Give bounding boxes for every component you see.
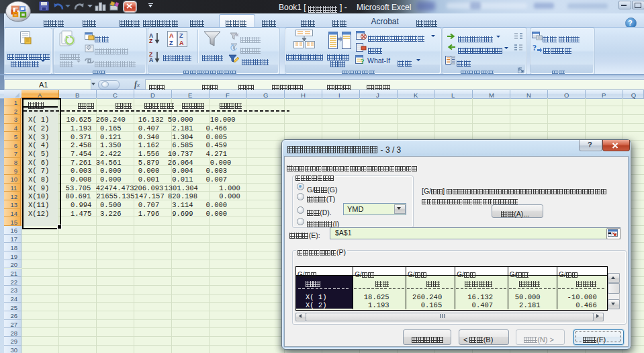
svg-text:A: A <box>169 32 174 39</box>
svg-text:A: A <box>179 40 184 46</box>
svg-text:?: ? <box>533 43 537 52</box>
svg-text:?: ? <box>361 57 365 64</box>
svg-text:Z: Z <box>169 40 173 46</box>
svg-text:Z: Z <box>179 32 183 39</box>
